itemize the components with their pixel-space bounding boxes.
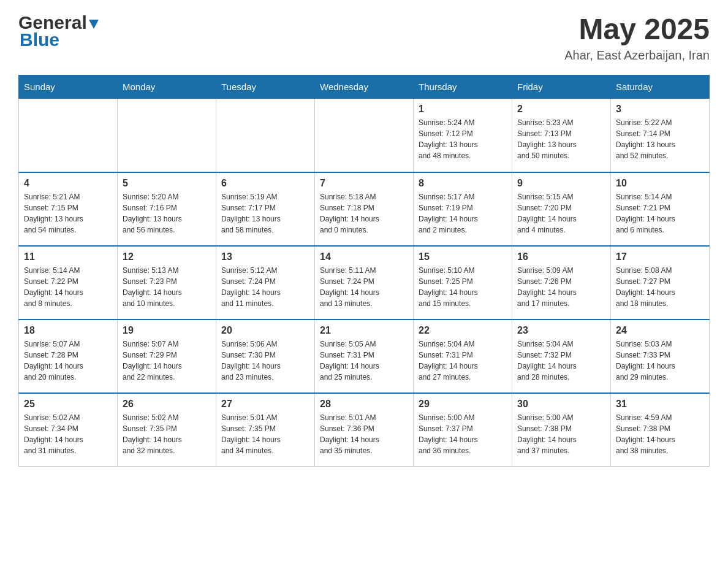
day-number: 13 — [221, 251, 309, 262]
day-number: 31 — [616, 399, 704, 410]
day-number: 26 — [123, 399, 211, 410]
day-info: Sunrise: 5:19 AM Sunset: 7:17 PM Dayligh… — [221, 191, 309, 236]
calendar-cell: 29Sunrise: 5:00 AM Sunset: 7:37 PM Dayli… — [414, 393, 512, 467]
calendar-cell: 27Sunrise: 5:01 AM Sunset: 7:35 PM Dayli… — [216, 393, 315, 467]
logo-text-blue: Blue — [20, 29, 59, 50]
day-number: 18 — [24, 325, 112, 336]
calendar-cell: 25Sunrise: 5:02 AM Sunset: 7:34 PM Dayli… — [19, 393, 118, 467]
weekday-header-friday: Friday — [512, 75, 611, 99]
day-info: Sunrise: 5:10 AM Sunset: 7:25 PM Dayligh… — [419, 265, 507, 309]
weekday-header-thursday: Thursday — [414, 75, 512, 99]
day-info: Sunrise: 5:06 AM Sunset: 7:30 PM Dayligh… — [221, 339, 309, 383]
day-number: 12 — [123, 251, 211, 262]
day-info: Sunrise: 5:14 AM Sunset: 7:22 PM Dayligh… — [24, 265, 112, 309]
weekday-header-sunday: Sunday — [19, 75, 118, 99]
calendar-cell: 23Sunrise: 5:04 AM Sunset: 7:32 PM Dayli… — [512, 320, 611, 393]
day-number: 2 — [517, 104, 605, 115]
calendar-cell: 20Sunrise: 5:06 AM Sunset: 7:30 PM Dayli… — [216, 320, 315, 393]
day-info: Sunrise: 5:12 AM Sunset: 7:24 PM Dayligh… — [221, 265, 309, 309]
day-info: Sunrise: 5:04 AM Sunset: 7:32 PM Dayligh… — [517, 339, 605, 383]
calendar-cell: 14Sunrise: 5:11 AM Sunset: 7:24 PM Dayli… — [315, 246, 414, 320]
calendar-cell: 12Sunrise: 5:13 AM Sunset: 7:23 PM Dayli… — [118, 246, 216, 320]
calendar-cell: 19Sunrise: 5:07 AM Sunset: 7:29 PM Dayli… — [118, 320, 216, 393]
day-number: 10 — [616, 178, 704, 189]
calendar-cell: 8Sunrise: 5:17 AM Sunset: 7:19 PM Daylig… — [414, 172, 512, 246]
day-info: Sunrise: 5:03 AM Sunset: 7:33 PM Dayligh… — [616, 339, 704, 383]
calendar-cell: 31Sunrise: 4:59 AM Sunset: 7:38 PM Dayli… — [611, 393, 710, 467]
day-number: 6 — [221, 178, 309, 189]
day-info: Sunrise: 5:23 AM Sunset: 7:13 PM Dayligh… — [517, 117, 605, 161]
day-number: 14 — [320, 251, 408, 262]
day-number: 22 — [419, 325, 507, 336]
calendar-cell — [315, 99, 414, 172]
day-info: Sunrise: 5:04 AM Sunset: 7:31 PM Dayligh… — [419, 339, 507, 383]
day-info: Sunrise: 5:24 AM Sunset: 7:12 PM Dayligh… — [419, 117, 507, 161]
day-info: Sunrise: 5:00 AM Sunset: 7:38 PM Dayligh… — [517, 412, 605, 456]
day-number: 1 — [419, 104, 507, 115]
day-number: 30 — [517, 399, 605, 410]
calendar-cell: 10Sunrise: 5:14 AM Sunset: 7:21 PM Dayli… — [611, 172, 710, 246]
weekday-header-monday: Monday — [118, 75, 216, 99]
day-info: Sunrise: 5:01 AM Sunset: 7:36 PM Dayligh… — [320, 412, 408, 456]
day-info: Sunrise: 5:07 AM Sunset: 7:28 PM Dayligh… — [24, 339, 112, 383]
day-info: Sunrise: 5:13 AM Sunset: 7:23 PM Dayligh… — [123, 265, 211, 309]
calendar-cell: 7Sunrise: 5:18 AM Sunset: 7:18 PM Daylig… — [315, 172, 414, 246]
calendar-cell: 30Sunrise: 5:00 AM Sunset: 7:38 PM Dayli… — [512, 393, 611, 467]
day-info: Sunrise: 5:05 AM Sunset: 7:31 PM Dayligh… — [320, 339, 408, 383]
day-number: 27 — [221, 399, 309, 410]
calendar-cell: 3Sunrise: 5:22 AM Sunset: 7:14 PM Daylig… — [611, 99, 710, 172]
calendar-cell: 2Sunrise: 5:23 AM Sunset: 7:13 PM Daylig… — [512, 99, 611, 172]
weekday-header-wednesday: Wednesday — [315, 75, 414, 99]
page-header: General Blue May 2025 Ahar, East Azerbai… — [18, 12, 710, 63]
day-number: 8 — [419, 178, 507, 189]
month-year-title: May 2025 — [564, 12, 710, 46]
calendar-cell: 11Sunrise: 5:14 AM Sunset: 7:22 PM Dayli… — [19, 246, 118, 320]
calendar-cell: 17Sunrise: 5:08 AM Sunset: 7:27 PM Dayli… — [611, 246, 710, 320]
day-number: 29 — [419, 399, 507, 410]
calendar-cell: 22Sunrise: 5:04 AM Sunset: 7:31 PM Dayli… — [414, 320, 512, 393]
day-number: 23 — [517, 325, 605, 336]
day-info: Sunrise: 5:02 AM Sunset: 7:35 PM Dayligh… — [123, 412, 211, 456]
day-info: Sunrise: 5:00 AM Sunset: 7:37 PM Dayligh… — [419, 412, 507, 456]
weekday-header-tuesday: Tuesday — [216, 75, 315, 99]
day-info: Sunrise: 5:11 AM Sunset: 7:24 PM Dayligh… — [320, 265, 408, 309]
day-number: 11 — [24, 251, 112, 262]
day-info: Sunrise: 5:15 AM Sunset: 7:20 PM Dayligh… — [517, 191, 605, 236]
day-number: 3 — [616, 104, 704, 115]
day-info: Sunrise: 5:01 AM Sunset: 7:35 PM Dayligh… — [221, 412, 309, 456]
day-number: 7 — [320, 178, 408, 189]
day-number: 9 — [517, 178, 605, 189]
day-number: 15 — [419, 251, 507, 262]
calendar-cell: 9Sunrise: 5:15 AM Sunset: 7:20 PM Daylig… — [512, 172, 611, 246]
calendar-table: SundayMondayTuesdayWednesdayThursdayFrid… — [18, 75, 710, 467]
day-number: 19 — [123, 325, 211, 336]
day-info: Sunrise: 5:18 AM Sunset: 7:18 PM Dayligh… — [320, 191, 408, 236]
calendar-cell: 1Sunrise: 5:24 AM Sunset: 7:12 PM Daylig… — [414, 99, 512, 172]
day-number: 25 — [24, 399, 112, 410]
day-number: 17 — [616, 251, 704, 262]
calendar-cell: 16Sunrise: 5:09 AM Sunset: 7:26 PM Dayli… — [512, 246, 611, 320]
calendar-cell: 24Sunrise: 5:03 AM Sunset: 7:33 PM Dayli… — [611, 320, 710, 393]
logo: General Blue — [18, 12, 99, 50]
calendar-cell: 5Sunrise: 5:20 AM Sunset: 7:16 PM Daylig… — [118, 172, 216, 246]
calendar-cell: 15Sunrise: 5:10 AM Sunset: 7:25 PM Dayli… — [414, 246, 512, 320]
day-info: Sunrise: 5:14 AM Sunset: 7:21 PM Dayligh… — [616, 191, 704, 236]
calendar-cell: 21Sunrise: 5:05 AM Sunset: 7:31 PM Dayli… — [315, 320, 414, 393]
day-number: 4 — [24, 178, 112, 189]
calendar-cell — [19, 99, 118, 172]
calendar-cell: 6Sunrise: 5:19 AM Sunset: 7:17 PM Daylig… — [216, 172, 315, 246]
day-number: 21 — [320, 325, 408, 336]
calendar-cell: 26Sunrise: 5:02 AM Sunset: 7:35 PM Dayli… — [118, 393, 216, 467]
day-info: Sunrise: 5:20 AM Sunset: 7:16 PM Dayligh… — [123, 191, 211, 236]
calendar-cell — [216, 99, 315, 172]
day-info: Sunrise: 5:22 AM Sunset: 7:14 PM Dayligh… — [616, 117, 704, 161]
calendar-cell: 13Sunrise: 5:12 AM Sunset: 7:24 PM Dayli… — [216, 246, 315, 320]
day-number: 20 — [221, 325, 309, 336]
calendar-cell: 4Sunrise: 5:21 AM Sunset: 7:15 PM Daylig… — [19, 172, 118, 246]
day-number: 16 — [517, 251, 605, 262]
day-info: Sunrise: 5:08 AM Sunset: 7:27 PM Dayligh… — [616, 265, 704, 309]
day-info: Sunrise: 4:59 AM Sunset: 7:38 PM Dayligh… — [616, 412, 704, 456]
weekday-header-saturday: Saturday — [611, 75, 710, 99]
logo-triangle-icon — [89, 20, 99, 29]
calendar-cell: 28Sunrise: 5:01 AM Sunset: 7:36 PM Dayli… — [315, 393, 414, 467]
